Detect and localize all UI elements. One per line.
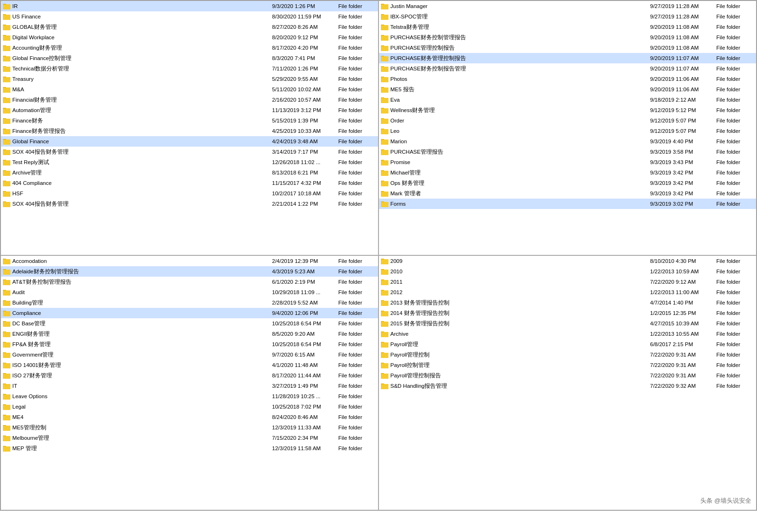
table-row[interactable]: Test Reply测试12/26/2018 11:02 ...File fol…: [1, 157, 378, 167]
table-row[interactable]: Adelaide财务控制管理报告4/3/2019 5:23 AMFile fol…: [1, 266, 378, 277]
table-row[interactable]: M&A5/11/2020 10:02 AMFile folder: [1, 84, 378, 95]
table-row[interactable]: Global Finance控制管理8/3/2020 7:41 PMFile f…: [1, 53, 378, 63]
folder-icon: [3, 96, 10, 103]
table-row[interactable]: Finance财务管理报告4/25/2019 10:33 AMFile fold…: [1, 126, 378, 136]
table-row[interactable]: PURCHASE财务控制管理报告9/20/2019 11:08 AMFile f…: [379, 32, 756, 43]
file-list-top-left[interactable]: IR9/3/2020 1:26 PMFile folder US Finance…: [1, 1, 378, 255]
table-row[interactable]: Archive管理8/13/2018 6:21 PMFile folder: [1, 167, 378, 178]
svg-rect-35: [3, 119, 10, 124]
table-row[interactable]: ISO 14001财务管理4/1/2020 11:48 AMFile folde…: [1, 360, 378, 370]
file-type: File folder: [716, 289, 754, 295]
table-row[interactable]: Archive1/22/2013 10:55 AMFile folder: [379, 329, 756, 339]
table-row[interactable]: SOX 404报告财务管理2/21/2014 1:22 PMFile folde…: [1, 199, 378, 209]
table-row[interactable]: Justin Manager9/27/2019 11:28 AMFile fol…: [379, 1, 756, 11]
table-row[interactable]: S&D Handling报告管理7/22/2020 9:32 AMFile fo…: [379, 381, 756, 391]
table-row[interactable]: Wellness财务管理9/12/2019 5:12 PMFile folder: [379, 105, 756, 115]
table-row[interactable]: Forms9/3/2019 3:02 PMFile folder: [379, 199, 756, 209]
table-row[interactable]: GLOBAL财务管理8/27/2020 8:26 AMFile folder: [1, 22, 378, 32]
table-row[interactable]: Michael管理9/3/2019 3:42 PMFile folder: [379, 167, 756, 178]
svg-rect-71: [381, 35, 388, 41]
table-row[interactable]: Treasury5/29/2020 9:55 AMFile folder: [1, 74, 378, 84]
table-row[interactable]: Payroll管理6/8/2017 2:15 PMFile folder: [379, 339, 756, 349]
table-row[interactable]: IT3/27/2019 1:49 PMFile folder: [1, 381, 378, 391]
folder-icon: [381, 299, 388, 306]
table-row[interactable]: Technical数据分析管理7/11/2020 1:26 PMFile fol…: [1, 63, 378, 74]
table-row[interactable]: Finance财务5/15/2019 1:39 PMFile folder: [1, 115, 378, 126]
file-list-bottom-left[interactable]: Accomodation2/4/2019 12:39 PMFile folder…: [1, 256, 378, 510]
table-row[interactable]: 20117/22/2020 9:12 AMFile folder: [379, 277, 756, 287]
table-row[interactable]: Digital Workplace8/20/2020 9:12 PMFile f…: [1, 32, 378, 43]
file-type: File folder: [716, 310, 754, 316]
table-row[interactable]: ME48/24/2020 8:46 AMFile folder: [1, 412, 378, 422]
file-date: 1/22/2013 10:55 AM: [650, 331, 716, 337]
table-row[interactable]: Government管理9/7/2020 6:15 AMFile folder: [1, 349, 378, 360]
table-row[interactable]: Audit10/29/2018 11:09 ...File folder: [1, 287, 378, 297]
table-row[interactable]: MEP 管理12/3/2019 11:58 AMFile folder: [1, 443, 378, 454]
table-row[interactable]: PURCHASE财务控制报告管理9/20/2019 11:07 AMFile f…: [379, 63, 756, 74]
file-type: File folder: [338, 45, 376, 51]
table-row[interactable]: 20121/22/2013 11:00 AMFile folder: [379, 287, 756, 297]
table-row[interactable]: Promise9/3/2019 3:43 PMFile folder: [379, 157, 756, 167]
table-row[interactable]: Photos9/20/2019 11:06 AMFile folder: [379, 74, 756, 84]
table-row[interactable]: Financial财务管理2/16/2020 10:57 AMFile fold…: [1, 95, 378, 105]
file-date: 5/11/2020 10:02 AM: [272, 87, 338, 92]
table-row[interactable]: Accounting财务管理8/17/2020 4:20 PMFile fold…: [1, 43, 378, 53]
table-row[interactable]: ME5管理控制12/3/2019 11:33 AMFile folder: [1, 422, 378, 433]
table-row[interactable]: ENGII财务管理8/5/2020 9:20 AMFile folder: [1, 329, 378, 339]
folder-icon: [3, 299, 10, 306]
svg-rect-113: [381, 181, 388, 186]
table-row[interactable]: Ops 财务管理9/3/2019 3:42 PMFile folder: [379, 178, 756, 188]
table-row[interactable]: 2015 财务管理报告控制4/27/2015 10:39 AMFile fold…: [379, 318, 756, 329]
table-row[interactable]: SOX 404报告财务管理3/14/2019 7:17 PMFile folde…: [1, 147, 378, 157]
table-row[interactable]: Leave Options11/28/2019 10:25 ...File fo…: [1, 391, 378, 401]
table-row[interactable]: 2013 财务管理报告控制4/7/2014 1:40 PMFile folder: [379, 297, 756, 308]
table-row[interactable]: FP&A 财务管理10/25/2018 6:54 PMFile folder: [1, 339, 378, 349]
folder-icon: [381, 107, 388, 113]
table-row[interactable]: PURCHASE管理报告9/3/2019 3:58 PMFile folder: [379, 147, 756, 157]
file-name: Leo: [390, 128, 650, 134]
file-name: S&D Handling报告管理: [390, 383, 650, 390]
table-row[interactable]: 20101/22/2013 10:59 AMFile folder: [379, 266, 756, 277]
file-type: File folder: [716, 149, 754, 155]
table-row[interactable]: AT&T财务控制管理报告6/1/2020 2:19 PMFile folder: [1, 277, 378, 287]
table-row[interactable]: ME5 报告9/20/2019 11:06 AMFile folder: [379, 84, 756, 95]
table-row[interactable]: Payroll管理控制7/22/2020 9:31 AMFile folder: [379, 349, 756, 360]
table-row[interactable]: Automation管理11/13/2019 3:12 PMFile folde…: [1, 105, 378, 115]
file-list-bottom-right[interactable]: 20098/10/2010 4:30 PMFile folder 20101/2…: [379, 256, 756, 510]
folder-icon: [3, 341, 10, 348]
file-name: Payroll管理控制: [390, 351, 650, 358]
file-date: 11/15/2017 4:32 PM: [272, 180, 338, 186]
table-row[interactable]: ISO 27财务管理8/17/2020 11:44 AMFile folder: [1, 370, 378, 381]
table-row[interactable]: Leo9/12/2019 5:07 PMFile folder: [379, 126, 756, 136]
file-name: SOX 404报告财务管理: [12, 201, 272, 208]
file-list-top-right[interactable]: Justin Manager9/27/2019 11:28 AMFile fol…: [379, 1, 756, 255]
table-row[interactable]: IBX-SPOC管理9/27/2019 11:28 AMFile folder: [379, 11, 756, 22]
table-row[interactable]: Payroll管理控制报告7/22/2020 9:31 AMFile folde…: [379, 370, 756, 381]
table-row[interactable]: 20098/10/2010 4:30 PMFile folder: [379, 256, 756, 266]
file-date: 4/7/2014 1:40 PM: [650, 300, 716, 305]
table-row[interactable]: PURCHASE财务管理控制报告9/20/2019 11:07 AMFile f…: [379, 53, 756, 63]
table-row[interactable]: Eva9/18/2019 2:12 AMFile folder: [379, 95, 756, 105]
table-row[interactable]: Marion9/3/2019 4:40 PMFile folder: [379, 136, 756, 147]
table-row[interactable]: 2014 财务管理报告控制1/2/2015 12:35 PMFile folde…: [379, 308, 756, 318]
table-row[interactable]: Mark 管理者9/3/2019 3:42 PMFile folder: [379, 188, 756, 199]
table-row[interactable]: Order9/12/2019 5:07 PMFile folder: [379, 115, 756, 126]
table-row[interactable]: HSF10/2/2017 10:18 AMFile folder: [1, 188, 378, 199]
table-row[interactable]: 404 Compliance11/15/2017 4:32 PMFile fol…: [1, 178, 378, 188]
table-row[interactable]: Global Finance4/24/2019 3:48 AMFile fold…: [1, 136, 378, 147]
table-row[interactable]: Melbourne管理7/15/2020 2:34 PMFile folder: [1, 433, 378, 443]
table-row[interactable]: US Finance8/30/2020 11:59 PMFile folder: [1, 11, 378, 22]
table-row[interactable]: Payroll控制管理7/22/2020 9:31 AMFile folder: [379, 360, 756, 370]
table-row[interactable]: PURCHASE管理控制报告9/20/2019 11:08 AMFile fol…: [379, 43, 756, 53]
file-date: 1/22/2013 11:00 AM: [650, 289, 716, 295]
table-row[interactable]: Compliance9/4/2020 12:06 PMFile folder: [1, 308, 378, 318]
table-row[interactable]: DC Base管理10/25/2018 6:54 PMFile folder: [1, 318, 378, 329]
table-row[interactable]: Legal10/25/2018 7:02 PMFile folder: [1, 401, 378, 412]
table-row[interactable]: Building管理2/28/2019 5:52 AMFile folder: [1, 297, 378, 308]
table-row[interactable]: Accomodation2/4/2019 12:39 PMFile folder: [1, 256, 378, 266]
folder-icon: [3, 201, 10, 207]
table-row[interactable]: IR9/3/2020 1:26 PMFile folder: [1, 1, 378, 11]
file-type: File folder: [716, 201, 754, 207]
file-name: ME5管理控制: [12, 424, 272, 431]
table-row[interactable]: Telstra财务管理9/20/2019 11:08 AMFile folder: [379, 22, 756, 32]
